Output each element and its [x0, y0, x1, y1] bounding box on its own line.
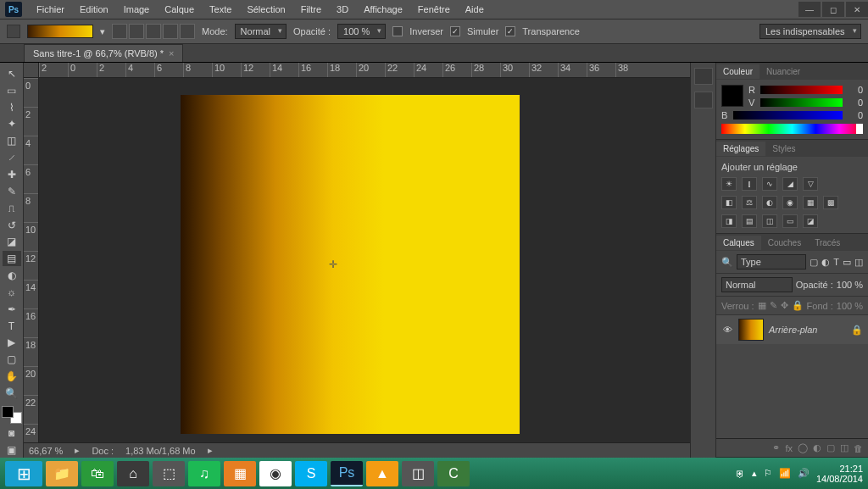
invert-icon[interactable]: ◨: [721, 214, 737, 228]
taskbar-app4[interactable]: ◫: [402, 461, 434, 486]
eyedropper-tool[interactable]: ⟋: [3, 150, 21, 165]
ruler-horizontal[interactable]: 202468101214161820222426283032343638: [39, 63, 690, 78]
layer-fx-icon[interactable]: fx: [785, 443, 793, 453]
healing-tool[interactable]: ✚: [3, 167, 21, 182]
r-slider[interactable]: [760, 86, 843, 94]
b-slider[interactable]: [733, 111, 843, 119]
new-fill-icon[interactable]: ◐: [813, 442, 821, 453]
zoom-tool[interactable]: 🔍: [3, 386, 21, 401]
posterize-icon[interactable]: ▤: [742, 214, 757, 228]
exposure-icon[interactable]: ◢: [782, 177, 798, 191]
lookup-icon[interactable]: ▩: [823, 196, 838, 209]
delete-layer-icon[interactable]: 🗑: [854, 443, 863, 453]
levels-icon[interactable]: ⫿: [742, 177, 757, 191]
selective-color-icon[interactable]: ◪: [803, 214, 818, 228]
gradient-angle[interactable]: [146, 24, 161, 39]
new-group-icon[interactable]: ▢: [826, 442, 835, 453]
stamp-tool[interactable]: ⎍: [3, 201, 21, 216]
gradient-tool-icon[interactable]: [7, 25, 20, 38]
color-swatches[interactable]: [2, 406, 22, 424]
layer-thumbnail[interactable]: [738, 319, 764, 341]
blur-tool[interactable]: ◐: [3, 268, 21, 283]
close-tab-icon[interactable]: ×: [169, 48, 174, 58]
close-button[interactable]: ✕: [846, 2, 868, 17]
tray-clock[interactable]: 21:21 14/08/2014: [816, 464, 863, 484]
gradient-picker-arrow[interactable]: ▾: [100, 26, 105, 37]
vibrance-icon[interactable]: ▽: [803, 177, 818, 191]
tab-couches[interactable]: Couches: [761, 236, 808, 250]
type-tool[interactable]: T: [3, 319, 21, 334]
tab-nuancier[interactable]: Nuancier: [760, 64, 807, 79]
tab-calques[interactable]: Calques: [716, 236, 761, 250]
menu-selection[interactable]: Sélection: [239, 2, 292, 17]
visibility-toggle[interactable]: 👁: [721, 325, 733, 335]
gradient-reflected[interactable]: [163, 24, 178, 39]
brush-tool[interactable]: ✎: [3, 184, 21, 199]
menu-3d[interactable]: 3D: [329, 2, 356, 17]
properties-panel-icon[interactable]: [694, 92, 713, 108]
tab-couleur[interactable]: Couleur: [716, 64, 760, 79]
filter-icon[interactable]: 🔍: [721, 257, 733, 268]
fill-value[interactable]: 100 %: [837, 301, 863, 311]
menu-filtre[interactable]: Filtre: [293, 2, 329, 17]
brightness-icon[interactable]: ☀: [721, 177, 737, 191]
taskbar-app3[interactable]: ▦: [224, 461, 256, 486]
taskbar-camtasia[interactable]: C: [437, 461, 470, 486]
inverse-checkbox[interactable]: [392, 26, 403, 36]
layer-item[interactable]: 👁 Arrière-plan 🔒: [716, 315, 868, 344]
marquee-tool[interactable]: ▭: [3, 83, 21, 98]
balance-icon[interactable]: ⚖: [742, 196, 757, 209]
curves-icon[interactable]: ∿: [762, 177, 777, 191]
pen-tool[interactable]: ✒: [3, 302, 21, 317]
minimize-button[interactable]: —: [798, 2, 821, 17]
menu-fichier[interactable]: Fichier: [29, 2, 72, 17]
tab-styles[interactable]: Styles: [765, 142, 802, 156]
screenmode-toggle[interactable]: ▣: [3, 442, 21, 458]
lock-pixels-icon[interactable]: ✎: [770, 300, 777, 311]
zoom-level[interactable]: 66,67 %: [29, 446, 63, 456]
eraser-tool[interactable]: ◪: [3, 234, 21, 249]
layer-kind-dropdown[interactable]: Type: [737, 254, 806, 270]
canvas-area[interactable]: 202468101214161820222426283032343638 024…: [24, 63, 690, 458]
tab-traces[interactable]: Tracés: [808, 236, 847, 250]
filter-smart-icon[interactable]: ◫: [854, 257, 863, 268]
menu-affichage[interactable]: Affichage: [356, 2, 410, 17]
lock-transparency-icon[interactable]: ▦: [758, 300, 766, 311]
start-button[interactable]: ⊞: [5, 461, 42, 486]
gradient-radial[interactable]: [129, 24, 144, 39]
filter-shape-icon[interactable]: ▭: [843, 257, 851, 268]
taskbar-vlc[interactable]: ▲: [366, 461, 398, 486]
lasso-tool[interactable]: ⌇: [3, 100, 21, 115]
foreground-color-swatch[interactable]: [2, 406, 14, 418]
bw-icon[interactable]: ◐: [762, 196, 777, 209]
filter-type-icon[interactable]: T: [833, 257, 839, 267]
tray-shield-icon[interactable]: ⛨: [736, 469, 745, 479]
menu-fenetre[interactable]: Fenêtre: [410, 2, 458, 17]
taskbar-store[interactable]: 🛍: [81, 461, 114, 486]
lock-position-icon[interactable]: ✥: [781, 300, 788, 311]
filter-pixel-icon[interactable]: ▢: [810, 257, 818, 268]
tray-action-icon[interactable]: ⚐: [764, 468, 772, 479]
layer-blend-dropdown[interactable]: Normal: [721, 277, 793, 292]
history-brush-tool[interactable]: ↺: [3, 218, 21, 233]
transparency-checkbox[interactable]: [505, 26, 515, 36]
shape-tool[interactable]: ▢: [3, 352, 21, 367]
b-value[interactable]: 0: [846, 110, 863, 120]
tray-chevron-icon[interactable]: ▴: [752, 468, 757, 479]
gradient-diamond[interactable]: [180, 24, 195, 39]
hand-tool[interactable]: ✋: [3, 369, 21, 384]
menu-image[interactable]: Image: [116, 2, 158, 17]
gradient-preview[interactable]: [27, 25, 93, 38]
document-tab[interactable]: Sans titre-1 @ 66,7% (RVB/8) * ×: [24, 44, 183, 62]
taskbar-app1[interactable]: ⌂: [117, 461, 149, 486]
link-layers-icon[interactable]: ⚭: [772, 442, 780, 453]
simulate-checkbox[interactable]: [450, 26, 460, 36]
taskbar-skype[interactable]: S: [295, 461, 327, 486]
tray-volume-icon[interactable]: 🔊: [798, 468, 810, 479]
hue-ramp[interactable]: [721, 124, 863, 134]
v-value[interactable]: 0: [846, 97, 863, 108]
new-layer-icon[interactable]: ◫: [840, 442, 849, 453]
menu-edition[interactable]: Edition: [72, 2, 116, 17]
canvas[interactable]: ✛: [181, 95, 520, 434]
wand-tool[interactable]: ✦: [3, 117, 21, 132]
